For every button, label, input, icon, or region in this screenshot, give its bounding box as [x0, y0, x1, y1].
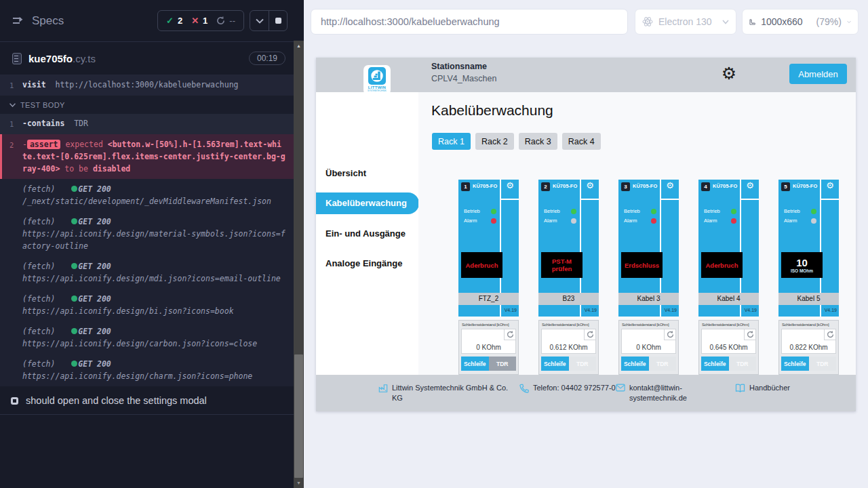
tab-rack-1[interactable]: Rack 1	[432, 133, 471, 150]
pending-test-row[interactable]: should open and close the settings modal	[0, 386, 294, 415]
tdr-button[interactable]: TDR	[569, 357, 597, 371]
command-contains[interactable]: 1 -contains TDR	[0, 114, 294, 134]
sidebar-item-analoge-eing-nge[interactable]: Analoge Eingänge	[326, 258, 402, 268]
tdr-button[interactable]: TDR	[489, 357, 517, 371]
refresh-button[interactable]	[744, 329, 755, 340]
resistance-value: 0.645 KOhm	[702, 344, 755, 351]
alarm-led	[811, 218, 816, 224]
schleife-button[interactable]: Schleife	[781, 357, 809, 371]
collapse-button[interactable]	[250, 11, 269, 30]
aut-toolbar: http://localhost:3000/kabelueberwachung …	[304, 0, 868, 43]
resistance-label: Schleifenwiderstand [kOhm]	[702, 323, 749, 327]
resistance-value: 0.612 KOhm	[542, 344, 595, 351]
tab-rack-3[interactable]: Rack 3	[519, 133, 557, 150]
scrollbar-thumb[interactable]	[294, 354, 303, 478]
schleife-button[interactable]: Schleife	[461, 357, 489, 371]
tdr-button[interactable]: TDR	[809, 357, 837, 371]
refresh-button[interactable]	[584, 329, 595, 340]
app-frame: Stationsname CPLV4_Maschen ⚙ Abmelden LI…	[316, 58, 856, 411]
fetch-log-row[interactable]: (fetch) GET 200https://api.iconify.desig…	[0, 354, 294, 386]
specs-menu-icon[interactable]	[12, 16, 25, 26]
card-model: KÜ705-FO	[713, 183, 737, 189]
alarm-led	[571, 218, 576, 224]
refresh-button[interactable]	[664, 329, 675, 340]
refresh-button[interactable]	[824, 329, 835, 340]
schleife-button[interactable]: Schleife	[701, 357, 729, 371]
stat-failed: ✕1	[191, 16, 208, 26]
reporter-scrollbar[interactable]: ▲ ▼	[294, 41, 304, 488]
firmware-version: V4.19	[585, 308, 597, 312]
refresh-button[interactable]	[504, 329, 515, 340]
stop-button[interactable]	[269, 11, 287, 30]
settings-gear-icon[interactable]: ⚙	[719, 63, 739, 85]
fetch-log-row[interactable]: (fetch) GET 200https://api.iconify.desig…	[0, 211, 294, 256]
resistance-value: 0.822 KOhm	[782, 344, 835, 351]
browser-select[interactable]: Electron 130	[635, 9, 736, 35]
logout-button[interactable]: Abmelden	[789, 64, 847, 84]
stop-icon	[275, 18, 281, 24]
spec-name[interactable]: kue705fo.cy.ts	[28, 53, 96, 64]
tab-rack-4[interactable]: Rack 4	[562, 133, 601, 150]
tdr-button[interactable]: TDR	[729, 357, 757, 371]
alarm-led	[651, 218, 656, 224]
firmware-version: V4.19	[825, 308, 837, 312]
card-gear-icon[interactable]: ⚙	[743, 180, 757, 190]
reporter-header: Specs ✓2 ✕1 --	[0, 0, 294, 42]
firmware-version: V4.19	[505, 308, 517, 312]
status-display: PST-M prüfen	[541, 252, 583, 278]
device-card: 5 KÜ705-FO ⚙ Betrieb Alarm 10ISO MOhm Ka…	[778, 180, 839, 375]
schleife-button[interactable]: Schleife	[541, 357, 569, 371]
resistance-value-box: 0.645 KOhm	[701, 329, 756, 354]
resistance-label: Schleifenwiderstand [kOhm]	[462, 323, 509, 327]
footer-manuals[interactable]: Handbücher	[735, 383, 790, 393]
resistance-value: 0 KOhm	[622, 344, 675, 351]
card-number: 4	[701, 182, 710, 191]
card-model: KÜ705-FO	[793, 183, 817, 189]
command-visit[interactable]: 1 visit http://localhost:3000/kabelueber…	[0, 75, 294, 96]
cable-label: B23	[538, 293, 599, 305]
card-number: 5	[781, 182, 790, 191]
fetch-log-row[interactable]: (fetch) GET 200https://api.iconify.desig…	[0, 321, 294, 354]
cross-icon: ✕	[191, 16, 199, 26]
betrieb-led	[571, 209, 576, 214]
url-input[interactable]: http://localhost:3000/kabelueberwachung	[311, 9, 628, 35]
check-icon: ✓	[166, 16, 174, 26]
footer-phone: Telefon: 04402 972577-0	[519, 383, 621, 393]
refresh-icon	[507, 331, 514, 338]
sidebar-item--bersicht[interactable]: Übersicht	[326, 168, 366, 178]
spec-row[interactable]: kue705fo.cy.ts 00:19	[0, 42, 294, 75]
status-display: Aderbruch	[701, 252, 743, 278]
app-footer: Littwin Systemtechnik GmbH & Co. KG Tele…	[316, 375, 856, 411]
success-dot-icon	[71, 361, 77, 367]
fetch-log-row[interactable]: (fetch) GET 200https://api.iconify.desig…	[0, 289, 294, 321]
electron-icon	[642, 16, 653, 27]
card-gear-icon[interactable]: ⚙	[823, 180, 837, 190]
command-assert-failed[interactable]: 2 -assert expected <button.w-[50%].h-[1.…	[0, 134, 294, 179]
scrollbar-cap	[294, 0, 304, 41]
specs-title[interactable]: Specs	[32, 14, 64, 28]
refresh-icon	[667, 331, 674, 338]
pending-square-icon	[11, 397, 18, 405]
card-gear-icon[interactable]: ⚙	[503, 180, 517, 190]
scroll-down-arrow[interactable]: ▼	[294, 478, 304, 488]
card-gear-icon[interactable]: ⚙	[663, 180, 677, 190]
schleife-button[interactable]: Schleife	[621, 357, 649, 371]
card-model: KÜ705-FO	[633, 183, 657, 189]
fetch-log-row[interactable]: (fetch) GET 200https://api.iconify.desig…	[0, 256, 294, 289]
scroll-up-arrow[interactable]: ▲	[294, 41, 304, 51]
success-dot-icon	[71, 328, 77, 334]
sidebar-item-ein-und-ausg-nge[interactable]: Ein- und Ausgänge	[326, 228, 406, 239]
ruler-icon	[749, 17, 755, 27]
chevron-down-icon	[722, 20, 729, 24]
fetch-log-row[interactable]: (fetch) GET 200/_next/static/development…	[0, 179, 294, 211]
tdr-button[interactable]: TDR	[649, 357, 677, 371]
tab-rack-2[interactable]: Rack 2	[475, 133, 514, 150]
command-log: 1 visit http://localhost:3000/kabelueber…	[0, 75, 294, 386]
cable-label: Kabel 4	[698, 293, 759, 305]
betrieb-led	[651, 209, 656, 214]
card-gear-icon[interactable]: ⚙	[583, 180, 597, 190]
test-body-section[interactable]: TEST BODY	[0, 96, 294, 114]
alarm-led	[491, 218, 496, 224]
viewport-select[interactable]: 1000x660 (79%)	[742, 9, 859, 35]
sidebar-item-kabel-berwachung[interactable]: Kabelüberwachung	[316, 192, 419, 214]
